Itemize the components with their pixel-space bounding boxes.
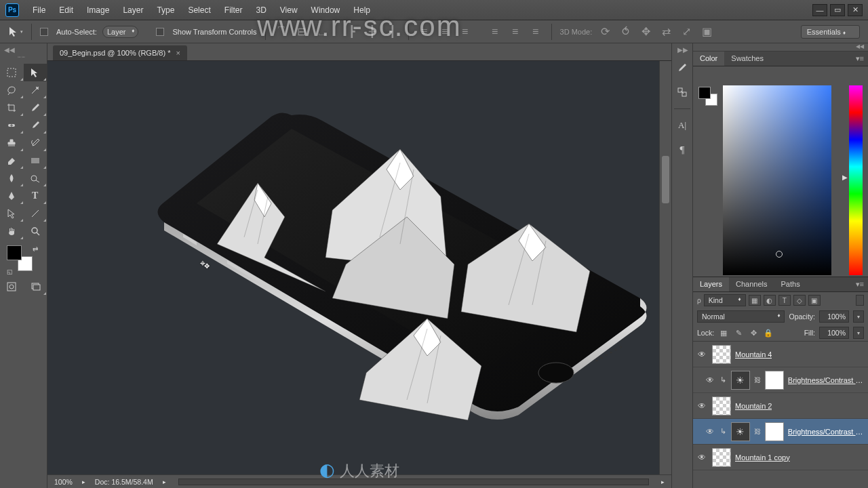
canvas-viewport[interactable]: ⌖✥ (47, 61, 659, 474)
show-transform-checkbox[interactable] (156, 28, 164, 36)
stamp-tool[interactable] (0, 134, 24, 152)
heal-tool[interactable] (0, 117, 24, 134)
layer-name[interactable]: Mountain 1 copy (735, 453, 790, 462)
move-tool[interactable] (24, 64, 47, 81)
visibility-toggle-icon[interactable]: 👁 (696, 401, 708, 411)
adjustment-thumbnail[interactable]: ☀ (731, 371, 750, 390)
auto-select-target-dropdown[interactable]: Layer ♦ (102, 26, 139, 38)
fill-popup-icon[interactable]: ▾ (853, 327, 864, 339)
eyedropper-tool[interactable] (24, 99, 47, 117)
3d-camera-icon[interactable]: ▣ (699, 24, 714, 39)
layer-row[interactable]: 👁 Mountain 1 copy (693, 445, 868, 470)
timeline-scrub[interactable] (178, 479, 649, 485)
dist-top-icon[interactable]: ≡ (417, 24, 432, 39)
filter-pixel-icon[interactable]: ▦ (749, 295, 761, 306)
layer-row[interactable]: 👁 Mountain 4 (693, 342, 868, 367)
3d-orbit-icon[interactable]: ⟳ (597, 24, 612, 39)
layer-name[interactable]: Mountain 2 (735, 402, 772, 410)
menu-window[interactable]: Window (304, 3, 347, 18)
color-panel-menu-icon[interactable]: ▾≡ (852, 52, 868, 66)
layer-name[interactable]: Brightness/Contrast 1... (788, 428, 865, 436)
menu-view[interactable]: View (273, 3, 304, 18)
dist-right-icon[interactable]: ≡ (528, 24, 543, 39)
path-select-tool[interactable] (0, 205, 24, 222)
swap-colors-icon[interactable]: ⇄ (33, 245, 38, 253)
tab-color[interactable]: Color (693, 52, 724, 66)
3d-scale-icon[interactable]: ⤢ (679, 24, 694, 39)
rstrip-expand-icon[interactable]: ▶▶ (677, 46, 688, 54)
align-left-icon[interactable]: ┣ (344, 24, 359, 39)
adjustment-thumbnail[interactable]: ☀ (731, 422, 750, 441)
lock-transparency-icon[interactable]: ▦ (718, 327, 729, 338)
panel-collapse-bar[interactable] (693, 43, 868, 52)
layer-filter-type-dropdown[interactable]: Kind ♦ (704, 294, 746, 306)
mask-link-icon[interactable]: ⛓ (754, 376, 761, 384)
mini-fg-swatch[interactable] (698, 87, 711, 99)
document-tab[interactable]: 09_Begin.psd @ 100% (RGB/8) * × (53, 45, 187, 60)
tab-swatches[interactable]: Swatches (724, 52, 770, 66)
menu-help[interactable]: Help (347, 3, 377, 18)
line-tool[interactable] (24, 205, 47, 222)
layer-name[interactable]: Mountain 4 (735, 350, 772, 359)
lock-position-icon[interactable]: ✥ (748, 327, 759, 338)
dist-left-icon[interactable]: ≡ (488, 24, 502, 39)
3d-roll-icon[interactable]: ⥀ (618, 24, 633, 39)
color-field[interactable] (723, 85, 831, 275)
clone-source-panel-icon[interactable] (674, 84, 690, 100)
eraser-tool[interactable] (0, 152, 24, 169)
dist-bottom-icon[interactable]: ≡ (458, 24, 473, 39)
menu-image[interactable]: Image (80, 3, 116, 18)
hand-tool[interactable] (0, 222, 24, 240)
layers-panel-menu-icon[interactable]: ▾≡ (852, 277, 868, 291)
close-tab-icon[interactable]: × (176, 49, 180, 57)
align-bottom-icon[interactable]: ⎵ (315, 24, 330, 39)
visibility-toggle-icon[interactable]: 👁 (696, 350, 708, 359)
layer-name[interactable]: Brightness/Contrast 1... (788, 376, 865, 384)
paragraph-panel-icon[interactable]: ¶ (674, 142, 690, 158)
dist-vcenter-icon[interactable]: ≡ (437, 24, 452, 39)
character-panel-icon[interactable]: A| (674, 117, 690, 134)
menu-select[interactable]: Select (181, 3, 217, 18)
default-colors-icon[interactable]: ◱ (7, 268, 13, 275)
zoom-popup-icon[interactable]: ▸ (82, 479, 85, 485)
filter-adjust-icon[interactable]: ◐ (764, 295, 776, 306)
tab-layers[interactable]: Layers (693, 277, 729, 291)
zoom-level[interactable]: 100% (54, 478, 73, 486)
lasso-tool[interactable] (0, 81, 24, 99)
auto-select-checkbox[interactable] (40, 28, 48, 36)
visibility-toggle-icon[interactable]: 👁 (704, 427, 716, 436)
hue-slider[interactable] (849, 85, 863, 275)
layer-list[interactable]: 👁 Mountain 4 👁 ↳ ☀ ⛓ Brightness/Contrast… (693, 341, 868, 488)
blend-mode-dropdown[interactable]: Normal♦ (697, 310, 785, 323)
menu-type[interactable]: Type (150, 3, 181, 18)
wand-tool[interactable] (24, 81, 47, 99)
menu-filter[interactable]: Filter (218, 3, 250, 18)
menu-layer[interactable]: Layer (116, 3, 150, 18)
quick-mask-icon[interactable] (0, 278, 24, 296)
lock-pixels-icon[interactable]: ✎ (733, 327, 744, 338)
align-vcenter-icon[interactable]: ⊟ (294, 24, 309, 39)
marquee-tool[interactable] (0, 64, 24, 81)
layer-row[interactable]: 👁 Mountain 2 (693, 393, 868, 419)
history-brush-tool[interactable] (24, 134, 47, 152)
layer-row[interactable]: 👁 ↳ ☀ ⛓ Brightness/Contrast 1... (693, 419, 868, 445)
crop-tool[interactable] (0, 99, 24, 117)
gradient-tool[interactable] (24, 152, 47, 169)
toolbox-grip-icon[interactable]: ┅┅ (18, 54, 26, 60)
brush-panel-icon[interactable] (674, 60, 690, 76)
window-minimize-button[interactable]: — (812, 4, 827, 16)
timeline-play-icon[interactable]: ▸ (661, 479, 665, 485)
window-maximize-button[interactable]: ▭ (830, 4, 845, 16)
window-close-button[interactable]: ✕ (848, 4, 863, 16)
align-hcenter-icon[interactable]: ╂ (365, 24, 380, 39)
lock-all-icon[interactable]: 🔒 (763, 327, 774, 338)
mask-thumbnail[interactable] (765, 371, 784, 390)
filter-toggle[interactable] (856, 295, 864, 306)
menu-edit[interactable]: Edit (52, 3, 80, 18)
3d-slide-icon[interactable]: ⇄ (658, 24, 673, 39)
zoom-tool[interactable] (24, 222, 47, 240)
layer-thumbnail[interactable] (712, 396, 731, 415)
layer-thumbnail[interactable] (712, 448, 731, 467)
menu-3d[interactable]: 3D (249, 3, 273, 18)
filter-smart-icon[interactable]: ▣ (808, 295, 821, 306)
